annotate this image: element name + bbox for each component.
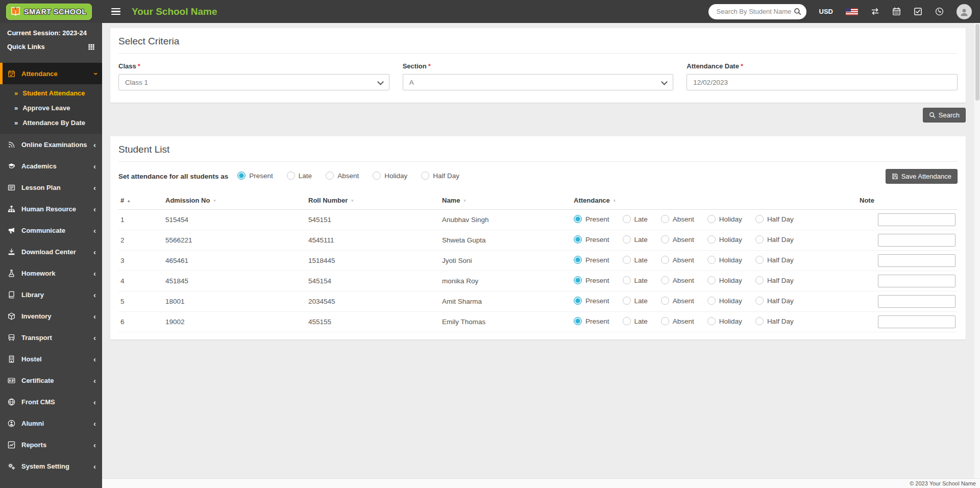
attendance-option-holiday[interactable]: Holiday [707, 215, 742, 223]
attendance-option-absent[interactable]: Absent [661, 276, 694, 284]
whatsapp-icon[interactable] [935, 7, 944, 16]
attendance-option-half-day[interactable]: Half Day [755, 297, 794, 305]
attendance-option-late[interactable]: Late [623, 215, 648, 223]
attendance-option-present[interactable]: Present [574, 215, 609, 223]
search-button[interactable]: Search [923, 108, 966, 123]
attendance-option-present[interactable]: Present [574, 276, 609, 284]
section-select[interactable]: A [403, 74, 674, 90]
sidebar-item-online-examinations[interactable]: Online Examinations‹ [0, 134, 102, 155]
column-header-[interactable]: #▲ [118, 191, 163, 210]
att-5-radio-absent[interactable] [661, 317, 669, 325]
column-header-note[interactable]: Note [857, 191, 958, 210]
column-header-admission-no[interactable]: Admission No▼ [163, 191, 306, 210]
note-input[interactable] [878, 254, 955, 267]
att-1-radio-absent[interactable] [661, 235, 669, 243]
sidebar-item-transport[interactable]: Transport‹ [0, 327, 102, 348]
sidebar-item-hostel[interactable]: Hostel‹ [0, 348, 102, 370]
att-1-radio-half-day[interactable] [755, 235, 764, 243]
attendance-option-present[interactable]: Present [574, 235, 609, 243]
calendar-icon[interactable] [892, 7, 901, 16]
sidebar-item-homework[interactable]: Homework‹ [0, 262, 102, 284]
class-select[interactable]: Class 1 [118, 74, 389, 90]
attendance-option-late[interactable]: Late [623, 297, 648, 305]
attendance-option-late[interactable]: Late [623, 256, 648, 264]
column-header-name[interactable]: Name▼ [440, 191, 572, 210]
att-all-radio-present[interactable] [237, 172, 246, 180]
attendance-option-late[interactable]: Late [623, 235, 648, 243]
sidebar-subitem-attendance-by-date[interactable]: »Attendance By Date [0, 115, 102, 130]
att-0-radio-holiday[interactable] [707, 215, 716, 223]
scrollbar[interactable] [974, 23, 980, 478]
attendance-option-absent[interactable]: Absent [661, 297, 694, 305]
sidebar-item-human-resource[interactable]: Human Resource‹ [0, 198, 102, 219]
attendance-option-present[interactable]: Present [574, 297, 609, 305]
attendance-option-late[interactable]: Late [623, 317, 648, 325]
attendance-option-holiday[interactable]: Holiday [707, 297, 742, 305]
attendance-option-half-day[interactable]: Half Day [755, 317, 794, 325]
attendance-option-present[interactable]: Present [237, 172, 273, 180]
note-input[interactable] [878, 315, 955, 328]
att-2-radio-present[interactable] [574, 256, 582, 264]
sidebar-item-library[interactable]: Library‹ [0, 284, 102, 305]
scrollbar-thumb[interactable] [975, 24, 979, 101]
attendance-option-late[interactable]: Late [623, 276, 648, 284]
att-4-radio-absent[interactable] [661, 297, 669, 305]
att-4-radio-holiday[interactable] [707, 297, 716, 305]
att-3-radio-late[interactable] [623, 276, 631, 284]
attendance-option-late[interactable]: Late [287, 172, 312, 180]
sidebar-item-certificate[interactable]: Certificate‹ [0, 370, 102, 391]
att-4-radio-late[interactable] [623, 297, 631, 305]
sidebar-subitem-approve-leave[interactable]: »Approve Leave [0, 101, 102, 115]
att-4-radio-half-day[interactable] [755, 297, 764, 305]
att-0-radio-absent[interactable] [661, 215, 669, 223]
attendance-option-absent[interactable]: Absent [661, 256, 694, 264]
sidebar-item-academics[interactable]: Academics‹ [0, 155, 102, 177]
attendance-option-holiday[interactable]: Holiday [707, 235, 742, 243]
att-2-radio-holiday[interactable] [707, 256, 716, 264]
attendance-option-absent[interactable]: Absent [326, 172, 359, 180]
search-icon[interactable] [794, 8, 801, 15]
attendance-option-holiday[interactable]: Holiday [707, 276, 742, 284]
attendance-option-present[interactable]: Present [574, 256, 609, 264]
attendance-option-half-day[interactable]: Half Day [755, 276, 794, 284]
att-5-radio-half-day[interactable] [755, 317, 764, 325]
column-header-roll-number[interactable]: Roll Number▼ [306, 191, 440, 210]
att-5-radio-present[interactable] [574, 317, 582, 325]
sidebar-item-download-center[interactable]: Download Center‹ [0, 241, 102, 262]
att-1-radio-holiday[interactable] [707, 235, 716, 243]
attendance-option-half-day[interactable]: Half Day [755, 235, 794, 243]
att-0-radio-present[interactable] [574, 215, 582, 223]
note-input[interactable] [878, 275, 955, 287]
sidebar-item-inventory[interactable]: Inventory‹ [0, 305, 102, 327]
sidebar-item-attendance[interactable]: Attendance ‹ [0, 63, 102, 84]
att-all-radio-holiday[interactable] [373, 172, 381, 180]
attendance-date-input[interactable] [687, 74, 958, 90]
attendance-option-holiday[interactable]: Holiday [707, 256, 742, 264]
att-2-radio-late[interactable] [623, 256, 631, 264]
sidebar-item-front-cms[interactable]: Front CMS‹ [0, 391, 102, 412]
note-input[interactable] [878, 213, 955, 226]
us-flag-icon[interactable] [846, 8, 858, 15]
note-input[interactable] [878, 234, 955, 247]
att-all-radio-half-day[interactable] [421, 172, 429, 180]
att-1-radio-late[interactable] [623, 235, 631, 243]
att-0-radio-late[interactable] [623, 215, 631, 223]
att-3-radio-half-day[interactable] [755, 276, 764, 284]
attendance-option-half-day[interactable]: Half Day [755, 256, 794, 264]
sidebar-item-communicate[interactable]: Communicate‹ [0, 219, 102, 241]
attendance-option-absent[interactable]: Absent [661, 317, 694, 325]
attendance-option-holiday[interactable]: Holiday [373, 172, 407, 180]
attendance-option-holiday[interactable]: Holiday [707, 317, 742, 325]
att-all-radio-late[interactable] [287, 172, 295, 180]
att-3-radio-holiday[interactable] [707, 276, 716, 284]
att-all-radio-absent[interactable] [326, 172, 334, 180]
att-5-radio-holiday[interactable] [707, 317, 716, 325]
user-avatar[interactable] [957, 4, 972, 19]
search-input[interactable] [716, 7, 794, 16]
note-input[interactable] [878, 295, 955, 308]
att-2-radio-half-day[interactable] [755, 256, 764, 264]
att-3-radio-absent[interactable] [661, 276, 669, 284]
att-2-radio-absent[interactable] [661, 256, 669, 264]
quick-links[interactable]: Quick Links [0, 39, 102, 55]
attendance-option-half-day[interactable]: Half Day [755, 215, 794, 223]
